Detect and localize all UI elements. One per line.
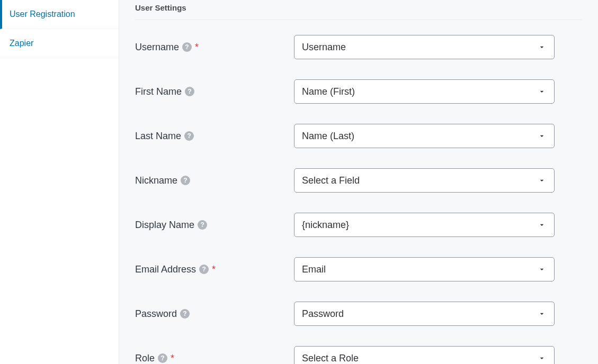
- field-row-username: Username ? * Username: [135, 35, 582, 59]
- sidebar-item-label: User Registration: [10, 10, 75, 19]
- chevron-down-icon: [537, 353, 547, 363]
- field-label-role: Role ? *: [135, 353, 294, 364]
- sidebar-item-zapier[interactable]: Zapier: [0, 29, 119, 58]
- help-icon[interactable]: ?: [185, 87, 194, 96]
- label-text: Email Address: [135, 264, 196, 275]
- field-label-username: Username ? *: [135, 42, 294, 53]
- select-value: Name (First): [302, 86, 355, 97]
- help-icon[interactable]: ?: [199, 265, 209, 274]
- chevron-down-icon: [537, 131, 547, 141]
- required-star-icon: *: [195, 42, 199, 52]
- main-content: User Settings Username ? * Username Firs…: [119, 0, 598, 364]
- field-row-password: Password ? Password: [135, 302, 582, 326]
- field-label-first-name: First Name ?: [135, 86, 294, 97]
- section-title: User Settings: [135, 0, 582, 20]
- sidebar-item-user-registration[interactable]: User Registration: [0, 0, 119, 29]
- chevron-down-icon: [537, 42, 547, 52]
- help-icon[interactable]: ?: [182, 42, 192, 52]
- chevron-down-icon: [537, 220, 547, 230]
- select-value: Select a Field: [302, 175, 360, 186]
- role-select[interactable]: Select a Role: [294, 346, 555, 364]
- username-select[interactable]: Username: [294, 35, 555, 59]
- help-icon[interactable]: ?: [184, 131, 194, 141]
- password-select[interactable]: Password: [294, 302, 555, 326]
- required-star-icon: *: [212, 265, 216, 274]
- first-name-select[interactable]: Name (First): [294, 79, 555, 104]
- chevron-down-icon: [537, 87, 547, 96]
- field-label-password: Password ?: [135, 308, 294, 320]
- required-star-icon: *: [171, 353, 174, 363]
- label-text: Username: [135, 42, 179, 53]
- nickname-select[interactable]: Select a Field: [294, 168, 555, 193]
- help-icon[interactable]: ?: [198, 220, 207, 230]
- sidebar: User Registration Zapier: [0, 0, 119, 364]
- label-text: First Name: [135, 86, 182, 97]
- select-value: Username: [302, 42, 346, 53]
- chevron-down-icon: [537, 176, 547, 185]
- label-text: Password: [135, 308, 177, 320]
- field-row-email-address: Email Address ? * Email: [135, 257, 582, 281]
- label-text: Nickname: [135, 175, 177, 186]
- field-row-display-name: Display Name ? {nickname}: [135, 213, 582, 237]
- help-icon[interactable]: ?: [180, 309, 190, 319]
- label-text: Display Name: [135, 220, 194, 231]
- field-row-nickname: Nickname ? Select a Field: [135, 168, 582, 193]
- help-icon[interactable]: ?: [181, 176, 190, 185]
- field-label-last-name: Last Name ?: [135, 131, 294, 142]
- field-row-last-name: Last Name ? Name (Last): [135, 124, 582, 148]
- select-value: Name (Last): [302, 131, 354, 142]
- chevron-down-icon: [537, 265, 547, 274]
- select-value: Email: [302, 264, 326, 275]
- chevron-down-icon: [537, 309, 547, 319]
- field-row-first-name: First Name ? Name (First): [135, 79, 582, 104]
- field-row-role: Role ? * Select a Role: [135, 346, 582, 364]
- sidebar-item-label: Zapier: [10, 39, 33, 48]
- select-value: {nickname}: [302, 220, 349, 231]
- email-address-select[interactable]: Email: [294, 257, 555, 281]
- field-label-display-name: Display Name ?: [135, 220, 294, 231]
- select-value: Password: [302, 308, 344, 320]
- last-name-select[interactable]: Name (Last): [294, 124, 555, 148]
- select-value: Select a Role: [302, 353, 359, 364]
- label-text: Last Name: [135, 131, 181, 142]
- display-name-select[interactable]: {nickname}: [294, 213, 555, 237]
- field-label-nickname: Nickname ?: [135, 175, 294, 186]
- help-icon[interactable]: ?: [158, 353, 167, 363]
- label-text: Role: [135, 353, 155, 364]
- field-label-email-address: Email Address ? *: [135, 264, 294, 275]
